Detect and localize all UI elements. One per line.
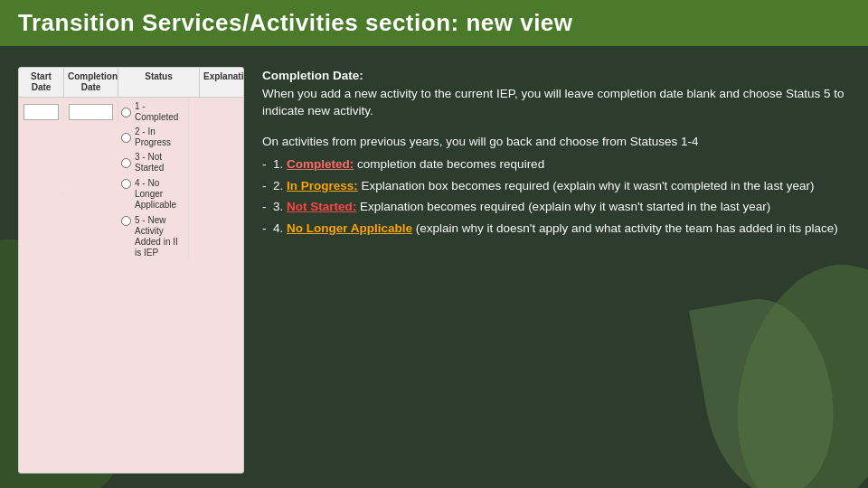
empty-start-2 xyxy=(19,136,64,138)
activities-intro: On activities from previous years, you w… xyxy=(262,133,850,151)
status-label-5: 5 - New Activity Added in II is IEP xyxy=(135,215,185,258)
table-body: 1 - Completed 2 - In Progress 3 - Not xyxy=(19,98,243,262)
table-header: Start Date Completion Date Status Explan… xyxy=(19,68,243,98)
status-option-1: 1 - Completed xyxy=(118,99,189,125)
table-panel: Start Date Completion Date Status Explan… xyxy=(18,67,244,474)
col-explanation: Explanation xyxy=(200,68,244,97)
explanation-cell-5 xyxy=(189,236,243,238)
status-option-2: 2 - In Progress xyxy=(118,125,189,150)
radio-2[interactable] xyxy=(121,133,131,143)
table-row: 1 - Completed xyxy=(19,99,243,125)
right-panel: Completion Date: When you add a new acti… xyxy=(262,67,850,474)
status-label-3: 3 - Not Started xyxy=(135,152,185,174)
completion-date-title: Completion Date: When you add a new acti… xyxy=(262,67,850,120)
empty-start-5 xyxy=(19,236,64,238)
bullet-item-2: 2. In Progress: Explanation box becomes … xyxy=(262,177,850,195)
empty-start-4 xyxy=(19,193,64,195)
table-row-3: 3 - Not Started xyxy=(19,150,243,175)
col-completion-date: Completion Date xyxy=(64,68,118,97)
completion-block: Completion Date: When you add a new acti… xyxy=(262,67,850,120)
radio-3[interactable] xyxy=(121,158,131,168)
status-label-4: 4 - No Longer Applicable xyxy=(135,178,185,211)
start-date-input-cell xyxy=(19,101,64,123)
start-date-input[interactable] xyxy=(24,104,59,120)
bullet-list: 1. Completed: completion date becomes re… xyxy=(262,155,850,237)
title-bar: Transition Services/Activities section: … xyxy=(0,0,868,46)
radio-1[interactable] xyxy=(121,108,131,117)
status-option-5: 5 - New Activity Added in II is IEP xyxy=(118,212,189,260)
empty-comp-2 xyxy=(64,136,118,138)
empty-comp-3 xyxy=(64,162,118,164)
empty-comp-4 xyxy=(64,193,118,195)
radio-4[interactable] xyxy=(121,179,131,189)
status-option-4: 4 - No Longer Applicable xyxy=(118,175,189,212)
bullet-item-1: 1. Completed: completion date becomes re… xyxy=(262,155,850,174)
explanation-cell-2 xyxy=(189,136,243,138)
status-label-2: 2 - In Progress xyxy=(135,127,185,148)
activities-block: On activities from previous years, you w… xyxy=(262,133,850,238)
radio-5[interactable] xyxy=(121,216,131,226)
status-option-3: 3 - Not Started xyxy=(118,150,189,175)
col-start-date: Start Date xyxy=(19,68,64,97)
table-row-4: 4 - No Longer Applicable xyxy=(19,175,243,212)
completion-date-input-cell xyxy=(64,101,118,123)
explanation-cell-1 xyxy=(189,111,243,113)
bullet-item-4: 4. No Longer Applicable (explain why it … xyxy=(262,220,850,238)
status-label-1: 1 - Completed xyxy=(135,101,185,123)
page-title: Transition Services/Activities section: … xyxy=(18,9,850,37)
empty-start-3 xyxy=(19,162,64,164)
col-status: Status xyxy=(118,68,200,97)
explanation-cell-3 xyxy=(189,162,243,164)
main-content: Start Date Completion Date Status Explan… xyxy=(0,52,868,488)
explanation-cell-4 xyxy=(189,193,243,195)
table-row-2: 2 - In Progress xyxy=(19,125,243,150)
bullet-item-3: 3. Not Started: Explanation becomes requ… xyxy=(262,198,850,216)
empty-comp-5 xyxy=(64,236,118,238)
completion-date-input[interactable] xyxy=(69,104,113,120)
table-row-5: 5 - New Activity Added in II is IEP xyxy=(19,212,243,260)
